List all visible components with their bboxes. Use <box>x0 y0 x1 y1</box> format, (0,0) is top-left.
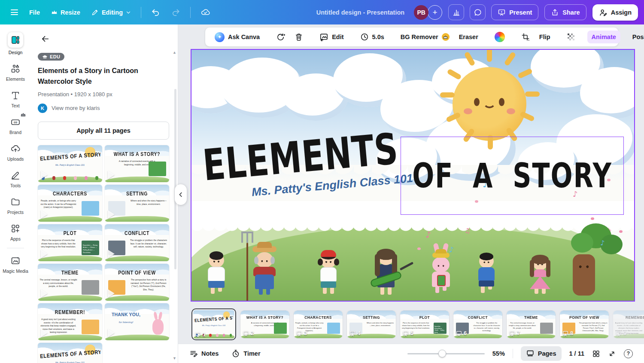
page-thumbnail[interactable]: PLOT Plot is the sequence of events that… <box>400 311 449 338</box>
ask-canva-button[interactable]: ✦ Ask Canva <box>210 29 264 45</box>
scroll-down-icon[interactable]: ▼ <box>173 356 176 360</box>
sidebar-item-elements[interactable]: Elements <box>0 59 31 85</box>
template-thumbnail[interactable]: POINT OF VIEW The perspective from which… <box>105 264 169 301</box>
sidebar-label: Uploads <box>7 156 24 162</box>
page-thumbnail[interactable]: SETTING Where and when the story happens… <box>347 311 396 338</box>
sidebar-item-brand[interactable]: co Brand <box>0 112 31 139</box>
author-row[interactable]: K View more by klaris <box>38 104 169 113</box>
present-button[interactable]: Present <box>491 4 538 20</box>
sidebar-label: Magic Media <box>3 268 28 274</box>
notes-button[interactable]: Notes <box>189 349 219 358</box>
page-number: 1 <box>203 331 206 338</box>
comments-button[interactable] <box>470 4 486 20</box>
grid-view-button[interactable] <box>592 350 600 358</box>
sidebar-item-design[interactable]: Design <box>0 28 31 59</box>
crown-icon <box>21 113 26 117</box>
sidebar-item-magic-media[interactable]: Magic Media <box>0 251 31 278</box>
crop-button[interactable] <box>517 30 534 44</box>
user-avatar[interactable]: PB <box>414 5 428 20</box>
sidebar-label: Brand <box>9 130 21 135</box>
graduation-cap-icon <box>42 55 48 59</box>
character-running-boy <box>208 253 225 294</box>
add-member-button[interactable]: + <box>428 5 442 20</box>
sidebar-label: Projects <box>7 210 24 215</box>
regenerate-button[interactable] <box>272 30 289 45</box>
delete-button[interactable] <box>290 30 307 44</box>
back-button[interactable] <box>38 31 52 46</box>
slide-title-right: OF A STORY <box>412 156 612 195</box>
author-link[interactable]: View more by klaris <box>52 105 100 111</box>
template-thumbnail[interactable]: THEME The central message, lesson, or in… <box>38 264 102 301</box>
page-number: 2 <box>251 330 254 336</box>
scroll-up-icon[interactable]: ▲ <box>173 50 176 55</box>
page-thumbnail[interactable]: CHARACTERS People, animals, or beings wh… <box>294 311 343 338</box>
bg-remover-label: BG Remover <box>401 34 438 40</box>
edit-image-button[interactable]: Edit <box>315 30 348 45</box>
template-thumbnail[interactable]: CONFLICT The struggle or problem the cha… <box>105 224 169 261</box>
zoom-slider-thumb[interactable] <box>438 350 446 357</box>
file-menu-button[interactable]: File <box>24 6 45 19</box>
position-button[interactable]: Position <box>628 31 644 43</box>
template-thumbnail[interactable]: SETTING Where and when the story happens… <box>105 185 169 222</box>
timer-button[interactable]: Timer <box>231 349 260 358</box>
template-thumbnail[interactable]: ELEMENTS OF A STORY Ms. Patty's English … <box>38 145 102 182</box>
file-label: File <box>29 9 40 16</box>
template-thumbnail[interactable]: ELEMENTS OF A STORY Ms. Patty's English … <box>38 343 102 363</box>
notes-icon <box>189 349 198 358</box>
collapse-panel-button[interactable] <box>175 184 187 205</box>
play-icon <box>108 289 115 298</box>
insights-button[interactable] <box>448 4 464 20</box>
music-note: ♪ <box>425 229 431 240</box>
undo-button[interactable] <box>146 4 165 20</box>
share-button[interactable]: Share <box>544 4 586 20</box>
sidebar-item-tools[interactable]: Tools <box>0 165 31 192</box>
edu-badge-label: EDU <box>50 54 60 59</box>
resize-label: Resize <box>61 9 80 16</box>
sidebar-item-apps[interactable]: Apps <box>0 219 31 245</box>
page-thumbnail[interactable]: THEME The central message, lesson, or in… <box>507 311 556 338</box>
pages-view-button[interactable]: Pages <box>521 346 562 361</box>
sidebar-item-uploads[interactable]: Uploads <box>0 139 31 165</box>
assign-button[interactable]: Assign <box>592 4 638 21</box>
selected-text-box[interactable]: OF A STORY <box>401 137 624 215</box>
page-thumbnail[interactable]: ELEMENTS OF A STORY Ms. Patty's English … <box>191 308 236 340</box>
sun-illustration <box>453 67 526 141</box>
sidebar-item-text[interactable]: Text <box>0 85 31 112</box>
page-thumbnail[interactable]: REMEMBER! A good story isn't just about … <box>613 311 644 338</box>
apply-all-pages-button[interactable]: Apply all 11 pages <box>38 122 169 140</box>
character-running-boy-2 <box>478 254 495 293</box>
color-wheel-icon <box>495 32 505 42</box>
character-tree <box>573 243 595 296</box>
page-thumbnail[interactable]: WHAT IS A STORY? A narrative of connecte… <box>240 311 289 338</box>
animate-label: Animate <box>592 34 616 40</box>
redo-button[interactable] <box>167 4 185 20</box>
panel-scrollbar[interactable] <box>174 89 176 269</box>
template-thumbnail[interactable]: WHAT IS A STORY? A narrative of connecte… <box>105 145 169 182</box>
help-button[interactable]: ? <box>624 349 633 358</box>
template-thumbnail[interactable]: CHARACTERS People, animals, or beings wh… <box>38 185 102 222</box>
page-thumbnail[interactable]: POINT OF VIEW The perspective from which… <box>560 311 609 338</box>
main-menu-button[interactable] <box>6 5 23 20</box>
flip-button[interactable]: Flip <box>535 31 555 43</box>
color-picker-button[interactable] <box>490 29 509 45</box>
design-title[interactable]: Untitled design - Presentation <box>316 9 404 16</box>
editing-mode-dropdown[interactable]: Editing <box>87 5 136 19</box>
projects-icon <box>10 196 21 207</box>
animate-button[interactable]: Animate <box>587 31 620 43</box>
template-thumbnail[interactable]: THANK YOU, for listening! <box>105 303 169 340</box>
page-number: 4 <box>357 330 360 336</box>
play-icon <box>41 289 48 298</box>
zoom-slider[interactable] <box>407 353 485 354</box>
template-thumbnail[interactable]: REMEMBER! A good story isn't just about … <box>38 303 102 340</box>
sidebar-item-projects[interactable]: Projects <box>0 192 31 219</box>
duration-button[interactable]: 5.0s <box>356 30 389 44</box>
transparency-button[interactable] <box>562 30 580 44</box>
fullscreen-button[interactable] <box>608 350 616 358</box>
slide-page-1[interactable]: ELEMENTS Ms. Patty's English Class 101 O… <box>191 50 634 301</box>
bg-remover-button[interactable]: BG Remover <box>396 30 454 44</box>
notes-label: Notes <box>201 350 219 357</box>
resize-button[interactable]: Resize <box>46 6 85 19</box>
eraser-button[interactable]: Eraser <box>455 31 483 43</box>
template-thumbnail[interactable]: PLOT Plot is the sequence of events that… <box>38 224 102 261</box>
page-thumbnail[interactable]: CONFLICT The struggle or problem the cha… <box>453 311 502 338</box>
